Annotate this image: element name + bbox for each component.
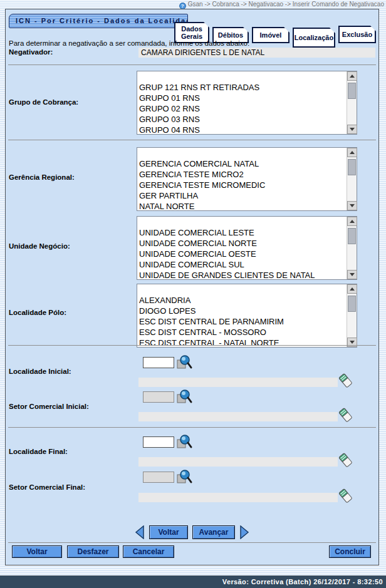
voltar-button[interactable]: Voltar [12,545,62,558]
list-option[interactable]: UNIDADE COMERCIAL NORTE [137,238,347,249]
tab-localizacao[interactable]: Localização [293,28,335,48]
list-option[interactable]: GERENCIA TESTE MICROMEDIC [137,180,347,190]
search-icon[interactable] [176,354,192,371]
list-option[interactable] [137,284,347,295]
nav-voltar-button[interactable]: Voltar [149,525,188,539]
search-icon[interactable] [176,469,192,485]
localidade-inicial-input[interactable] [143,357,174,368]
setor-comercial-final-input [143,472,174,483]
list-option[interactable]: UNIDADE COMERCIAL LESTE [137,227,347,238]
setor-comercial-final-label: Setor Comercial Final: [9,483,85,491]
list-option[interactable]: NATAL NORTE [137,201,347,210]
negativador-label: Negativador: [9,48,53,56]
list-option[interactable]: GRUPO 03 RNS [137,114,347,125]
scroll-up-icon[interactable] [347,71,357,81]
scroll-up-icon[interactable] [347,148,357,157]
intro-text: Para determinar a negativação a ser coma… [9,39,249,47]
main-panel: ICN - Por Critério - Dados da Localidade… [5,9,379,565]
search-icon[interactable] [176,389,192,405]
search-icon[interactable] [176,434,192,450]
scrollbar[interactable] [347,148,357,210]
list-option[interactable]: GRUP 121 RNS RT RETIRADAS [137,82,347,93]
tab-exclusao[interactable]: Exclusão [338,26,376,43]
grupo-cobranca-label: Grupo de Cobrança: [9,98,78,106]
list-option[interactable]: GRUPO 01 RNS [137,93,347,103]
unidade-negocio-listbox[interactable]: UNIDADE COMERCIAL LESTEUNIDADE COMERCIAL… [137,216,357,280]
divider [8,542,376,543]
scroll-down-icon[interactable] [347,125,357,134]
next-arrow-icon[interactable] [239,525,249,539]
gerencia-regional-label: Gerência Regional: [9,173,75,181]
scrollbar-thumb[interactable] [348,159,356,175]
eraser-icon[interactable] [338,488,353,504]
list-option[interactable]: GERENCIA COMERCIAL NATAL [137,158,347,169]
setor-comercial-inicial-label: Setor Comercial Inicial: [9,403,89,410]
localidade-final-description [138,457,338,467]
cancelar-button[interactable]: Cancelar [123,545,174,558]
scrollbar[interactable] [347,284,357,347]
list-option[interactable] [137,217,347,227]
grupo-cobranca-listbox[interactable]: GRUP 121 RNS RT RETIRADASGRUPO 01 RNSGRU… [137,71,357,135]
localidade-polo-listbox[interactable]: ALEXANDRIADIOGO LOPESESC DIST CENTRAL DE… [137,284,357,348]
list-option[interactable]: ESC DIST CENTRAL - MOSSORO [137,327,347,338]
list-option[interactable]: GRUPO 02 RNS [137,103,347,114]
scroll-down-icon[interactable] [347,270,357,279]
list-option[interactable]: UNIDADE DE GRANDES CLIENTES DE NATAL [137,270,347,279]
list-option[interactable]: GRUPO 04 RNS [137,125,347,134]
divider [8,427,376,428]
negativador-value: CAMARA DIRIGENTES L DE NATAL [138,48,375,58]
eraser-icon[interactable] [338,407,353,423]
gerencia-regional-listbox[interactable]: GERENCIA COMERCIAL NATALGERENCIA TESTE M… [137,147,357,211]
list-option[interactable]: ALEXANDRIA [137,295,347,306]
localidade-polo-label: Localidade Pólo: [9,309,66,316]
breadcrumb[interactable]: ?Gsan -> Cobranca -> Negativacao -> Inse… [0,0,384,9]
scrollbar[interactable] [347,71,357,134]
eraser-icon[interactable] [338,373,353,389]
scroll-up-icon[interactable] [347,284,357,294]
tab-imovel[interactable]: Imóvel [252,27,290,43]
eraser-icon[interactable] [338,452,353,468]
setor-comercial-inicial-input [143,391,174,403]
concluir-button[interactable]: Concluir [329,545,371,558]
scroll-up-icon[interactable] [347,217,357,226]
unidade-negocio-label: Unidade Negócio: [9,242,70,250]
list-option[interactable] [137,71,347,82]
localidade-inicial-label: Localidade Inicial: [9,368,71,375]
list-option[interactable]: DIOGO LOPES [137,306,347,316]
nav-avancar-button[interactable]: Avançar [192,525,235,539]
setor-comercial-inicial-description [138,412,338,421]
list-option[interactable]: UNIDADE COMERCIAL SUL [137,259,347,270]
localidade-final-label: Localidade Final: [9,448,68,455]
list-option[interactable]: GER PARTILHA [137,190,347,201]
version-footer: Versão: Corretiva (Batch) 26/12/2017 - 8… [0,575,386,588]
scrollbar[interactable] [347,217,357,279]
prev-arrow-icon[interactable] [135,525,145,539]
scrollbar-thumb[interactable] [348,228,356,244]
desfazer-button[interactable]: Desfazer [67,545,119,558]
list-option[interactable]: ESC DIST CENTRAL DE PARNAMIRIM [137,316,347,327]
divider [8,64,376,65]
localidade-inicial-description [138,378,338,387]
list-option[interactable]: UNIDADE COMERCIAL OESTE [137,249,347,259]
setor-comercial-final-description [138,493,338,502]
scrollbar-thumb[interactable] [348,83,356,99]
divider [8,140,376,140]
list-option[interactable] [137,148,347,158]
list-option[interactable]: GERENCIA TESTE MICRO2 [137,169,347,180]
breadcrumb-text[interactable]: Gsan -> Cobranca -> Negativacao -> Inser… [188,1,384,8]
scroll-down-icon[interactable] [347,201,357,210]
localidade-final-input[interactable] [143,436,174,448]
scrollbar-thumb[interactable] [348,296,356,312]
divider [8,345,376,346]
wizard-nav: Voltar Avançar [6,524,378,540]
page-title: ICN - Por Critério - Dados da Localidade [9,14,188,28]
